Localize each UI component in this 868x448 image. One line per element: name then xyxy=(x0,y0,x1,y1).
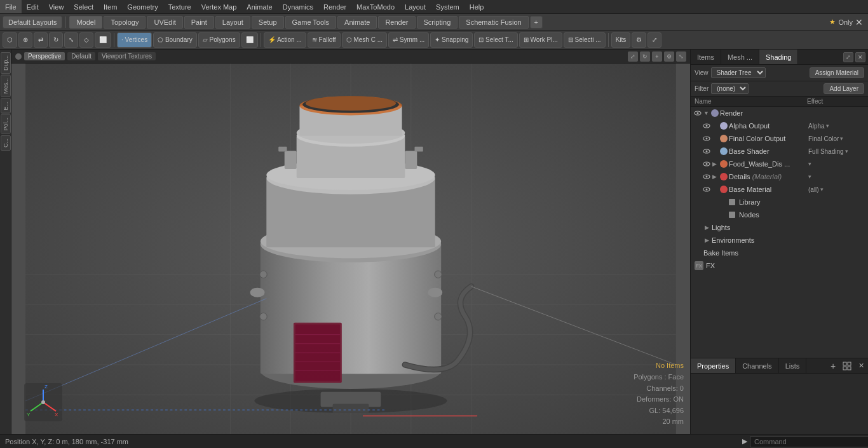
props-tab-properties[interactable]: Properties xyxy=(691,358,736,373)
tab-gametools[interactable]: Game Tools xyxy=(285,16,337,29)
assign-material-btn[interactable]: Assign Material xyxy=(810,67,864,78)
add-layer-btn[interactable]: Add Layer xyxy=(824,83,864,94)
falloff-shape-btn[interactable]: ◇ xyxy=(79,32,93,48)
tab-render[interactable]: Render xyxy=(378,16,415,29)
scale-btn[interactable]: ⤡ xyxy=(64,32,78,48)
rp-tab-mesh[interactable]: Mesh ... xyxy=(721,50,759,64)
transform-btn[interactable]: ⇄ xyxy=(34,32,48,48)
symm-btn[interactable]: ⇌ Symm ... xyxy=(388,32,429,48)
menu-layout[interactable]: Layout xyxy=(400,0,431,13)
menu-maxtomodo[interactable]: MaxToModo xyxy=(351,0,400,13)
menu-system[interactable]: System xyxy=(431,0,465,13)
symmetry-btn[interactable]: ⬜ xyxy=(95,32,111,48)
props-close-btn[interactable]: ✕ xyxy=(854,359,868,373)
menu-texture[interactable]: Texture xyxy=(163,0,196,13)
layout-add-tab[interactable]: + xyxy=(530,16,543,29)
polygons-btn[interactable]: ▱ Polygons xyxy=(198,32,240,48)
tab-schematic[interactable]: Schematic Fusion xyxy=(459,16,528,29)
tab-paint[interactable]: Paint xyxy=(184,16,214,29)
menu-item[interactable]: Item xyxy=(98,0,122,13)
tab-animate[interactable]: Animate xyxy=(337,16,377,29)
menu-render[interactable]: Render xyxy=(318,0,351,13)
rp-tab-shading[interactable]: Shading xyxy=(759,50,798,64)
eye-alpha[interactable] xyxy=(702,121,711,130)
expand-render[interactable]: ▼ xyxy=(703,110,710,116)
eye-food[interactable] xyxy=(702,160,711,168)
workpl-btn[interactable]: ⊞ Work Pl... xyxy=(519,32,562,48)
eye-baseshader[interactable] xyxy=(702,147,711,156)
meshc-btn[interactable]: ⬡ Mesh C ... xyxy=(342,32,387,48)
action-btn[interactable]: ⚡ Action ... xyxy=(264,32,306,48)
menu-dynamics[interactable]: Dynamics xyxy=(278,0,318,13)
tree-item-baseshader[interactable]: Base Shader Full Shading ▾ xyxy=(700,145,868,158)
kits-btn[interactable]: Kits xyxy=(611,32,631,48)
viewport[interactable]: Perspective Default Viewport Textures ⤢ … xyxy=(11,50,690,434)
origin-btn[interactable]: ⊕ xyxy=(18,32,32,48)
props-tab-channels[interactable]: Channels xyxy=(736,358,778,373)
command-input[interactable] xyxy=(750,436,868,447)
tree-section-fx[interactable]: FX FX xyxy=(691,259,868,272)
menu-help[interactable]: Help xyxy=(465,0,489,13)
rp-filter-select[interactable]: (none) xyxy=(711,83,749,94)
viewport-dot[interactable] xyxy=(15,53,22,60)
tree-item-library[interactable]: Library xyxy=(709,196,868,208)
eye-finalcolor[interactable] xyxy=(702,134,711,143)
options-btn[interactable]: ⚙ xyxy=(632,32,646,48)
tree-item-basematerial[interactable]: Base Material (all) ▾ xyxy=(700,183,868,196)
tree-item-food[interactable]: ▶ Food_Waste_Dis ... ▾ xyxy=(700,158,868,170)
vertices-btn[interactable]: · Vertices xyxy=(117,32,152,48)
expand-details[interactable]: ▶ xyxy=(712,173,719,180)
tree-item-alpha[interactable]: Alpha Output Alpha ▾ xyxy=(700,119,868,132)
viewport-label-default[interactable]: Default xyxy=(67,52,95,60)
props-tab-lists[interactable]: Lists xyxy=(779,358,807,373)
tree-section-lights[interactable]: ▶ Lights xyxy=(691,221,868,234)
menu-vertexmap[interactable]: Vertex Map xyxy=(196,0,242,13)
menu-geometry[interactable]: Geometry xyxy=(122,0,163,13)
rp-tab-items[interactable]: Items xyxy=(691,50,721,64)
sidebar-tab-dup[interactable]: Dup... xyxy=(1,52,11,74)
menu-edit[interactable]: Edit xyxy=(22,0,44,13)
mode-btn[interactable]: ⬡ xyxy=(3,32,17,48)
tab-scripting[interactable]: Scripting xyxy=(417,16,458,29)
viewport-label-textures[interactable]: Viewport Textures xyxy=(98,52,156,60)
rp-view-select[interactable]: Shader Tree xyxy=(711,67,766,78)
mesh-mode-btn[interactable]: ⬜ xyxy=(241,32,258,48)
tab-model[interactable]: Model xyxy=(69,16,102,29)
menu-view[interactable]: View xyxy=(44,0,69,13)
viewport-icon-settings[interactable]: ⚙ xyxy=(664,51,674,62)
menu-file[interactable]: File xyxy=(0,0,22,13)
tree-section-environments[interactable]: ▶ Environments xyxy=(691,234,868,247)
sidebar-tab-poly[interactable]: Pol... xyxy=(1,114,11,134)
tree-section-bakeitems[interactable]: Bake Items xyxy=(691,247,868,259)
tab-layout[interactable]: Layout xyxy=(215,16,250,29)
fullscreen-btn[interactable]: ⤢ xyxy=(648,32,661,48)
boundary-btn[interactable]: ⬠ Boundary xyxy=(153,32,197,48)
selectt-btn[interactable]: ⊡ Select T... xyxy=(474,32,518,48)
tab-topology[interactable]: Topology xyxy=(104,16,146,29)
viewport-icon-orbit[interactable]: ↻ xyxy=(640,51,650,62)
menu-select[interactable]: Select xyxy=(69,0,98,13)
eye-basematerial[interactable] xyxy=(702,185,711,194)
default-layouts-btn[interactable]: Default Layouts xyxy=(3,16,62,29)
eye-details[interactable] xyxy=(702,172,711,181)
props-expand-btn[interactable] xyxy=(840,359,854,373)
viewport-icon-maximize[interactable]: ⤡ xyxy=(676,51,686,62)
tree-item-nodes[interactable]: Nodes xyxy=(709,208,868,221)
eye-render[interactable] xyxy=(693,109,702,118)
model-area[interactable]: No Items Polygons : Face Channels: 0 Def… xyxy=(11,64,690,434)
viewport-icon-zoom-in[interactable]: + xyxy=(652,51,662,62)
menu-animate[interactable]: Animate xyxy=(241,0,277,13)
rp-expand-btn[interactable]: ⤢ xyxy=(843,52,853,62)
sidebar-tab-c[interactable]: C... xyxy=(1,135,11,151)
selecti-btn[interactable]: ⊟ Selecti ... xyxy=(564,32,606,48)
tree-item-finalcolor[interactable]: Final Color Output Final Color ▾ xyxy=(700,132,868,145)
expand-food[interactable]: ▶ xyxy=(712,161,719,167)
sidebar-tab-e[interactable]: E... xyxy=(1,98,11,114)
props-add-tab[interactable]: + xyxy=(826,359,840,373)
shader-tree[interactable]: ▼ Render Alpha Output Alpha ▾ xyxy=(691,107,868,358)
tree-item-render[interactable]: ▼ Render xyxy=(691,107,868,119)
sidebar-tab-mesh[interactable]: Mes... xyxy=(1,75,11,97)
tree-item-details[interactable]: ▶ Details (Material) ▾ xyxy=(700,170,868,183)
tab-uvedit[interactable]: UVEdit xyxy=(147,16,182,29)
rp-close-btn[interactable]: ✕ xyxy=(855,52,865,62)
